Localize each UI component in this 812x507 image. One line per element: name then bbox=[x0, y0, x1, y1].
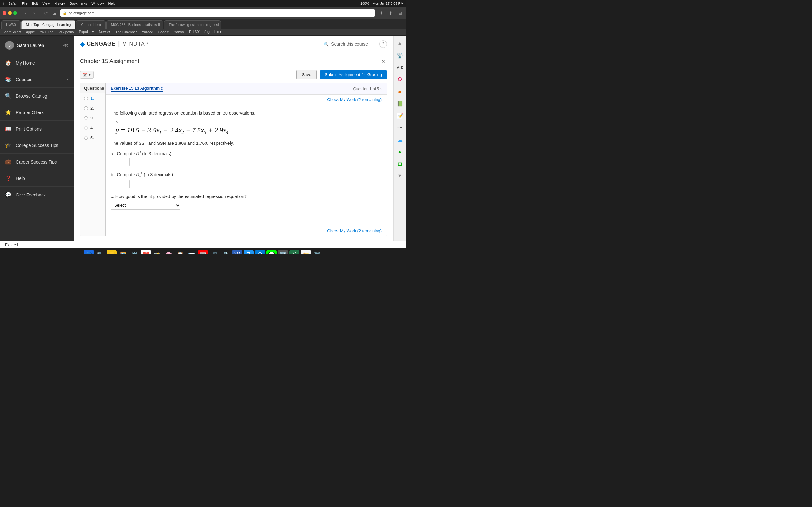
sidebar-item-help[interactable]: ❓ Help bbox=[0, 170, 73, 187]
bookmark-eh301[interactable]: EH 301 Infographic ▾ bbox=[189, 30, 222, 34]
dock-photos2[interactable]: 🌸 bbox=[164, 250, 174, 254]
check-link-top[interactable]: Check My Work bbox=[327, 97, 356, 102]
menu-bookmarks[interactable]: Bookmarks bbox=[69, 2, 87, 5]
dock-clock[interactable]: ⚙️ bbox=[130, 250, 140, 254]
dock-siri[interactable]: 🔍 bbox=[95, 250, 105, 254]
dock-messages[interactable]: 💬 bbox=[266, 250, 276, 254]
next-question-icon[interactable]: › bbox=[380, 87, 382, 91]
tab-hw30[interactable]: HW30 bbox=[1, 20, 20, 29]
dock-outlook[interactable]: O bbox=[255, 250, 265, 254]
download-button[interactable]: ⬇ bbox=[377, 9, 385, 16]
office-icon[interactable]: O bbox=[395, 74, 405, 84]
minimize-window-btn[interactable] bbox=[8, 11, 12, 15]
dock-news[interactable]: 📰 bbox=[198, 250, 208, 254]
history-button[interactable]: ⟳ bbox=[43, 9, 49, 16]
dock-finder[interactable]: 🔵 bbox=[84, 250, 94, 254]
save-button[interactable]: Save bbox=[296, 70, 316, 79]
dock-podcasts[interactable]: 🎙️ bbox=[221, 250, 231, 254]
sidebar-item-college-success[interactable]: 🎓 College Success Tips bbox=[0, 137, 73, 154]
q5-radio[interactable] bbox=[84, 136, 88, 140]
q4-radio[interactable] bbox=[84, 126, 88, 130]
bookmark-yahoo-exclaim[interactable]: Yahoo! bbox=[142, 30, 153, 34]
header-help-button[interactable]: ? bbox=[379, 40, 387, 48]
cloud-sync-icon[interactable]: ☁ bbox=[395, 135, 405, 145]
sidebar-item-my-home[interactable]: 🏠 My Home bbox=[0, 55, 73, 71]
menu-view[interactable]: View bbox=[42, 2, 50, 5]
sub-b-input[interactable] bbox=[111, 180, 130, 188]
menu-history[interactable]: History bbox=[54, 2, 65, 5]
collapse-icon[interactable]: ≪ bbox=[63, 42, 68, 48]
tab-mindtap[interactable]: MindTap - Cengage Learning bbox=[21, 20, 76, 29]
dock-notes[interactable]: 📒 bbox=[107, 250, 117, 254]
fullscreen-window-btn[interactable] bbox=[13, 11, 17, 15]
note-icon[interactable]: 📝 bbox=[395, 111, 405, 121]
forward-button[interactable]: › bbox=[31, 9, 38, 16]
menu-help[interactable]: Help bbox=[108, 2, 116, 5]
dock-camera[interactable]: 📸 bbox=[152, 250, 162, 254]
bookmark-wikipedia[interactable]: Wikipedia bbox=[59, 30, 74, 34]
submit-assignment-button[interactable]: Submit Assignment for Grading bbox=[320, 70, 387, 79]
sub-c-select[interactable]: Select The estimated regression equation… bbox=[111, 201, 181, 210]
check-link-bottom[interactable]: Check My Work bbox=[327, 228, 356, 233]
dock-excel[interactable]: X bbox=[289, 250, 299, 254]
sidebar-item-browse-catalog[interactable]: 🔍 Browse Catalog bbox=[0, 88, 73, 104]
close-button[interactable]: ✕ bbox=[379, 57, 387, 65]
check-my-work-top[interactable]: Check My Work (2 remaining) bbox=[106, 95, 387, 105]
dock-zoom[interactable]: Z bbox=[244, 250, 254, 254]
bookmark-learnsmart[interactable]: LearnSmart bbox=[3, 30, 20, 34]
scroll-up-button[interactable]: ▲ bbox=[395, 38, 405, 49]
apple-menu[interactable]:  bbox=[3, 2, 4, 5]
dock-stickies[interactable]: 📋 bbox=[175, 250, 185, 254]
dock-preview[interactable]: 📁 bbox=[301, 250, 311, 254]
dock-trash[interactable]: 🗑️ bbox=[312, 250, 322, 254]
cloud-button[interactable]: ☁ bbox=[51, 9, 58, 16]
calendar-button[interactable]: 📅 ▾ bbox=[80, 71, 94, 78]
rss-icon[interactable]: 📡 bbox=[395, 50, 405, 60]
question-2[interactable]: 2. bbox=[80, 103, 105, 113]
drive-icon[interactable]: ▲ bbox=[395, 147, 405, 157]
dock-calc[interactable]: 🔢 bbox=[278, 250, 288, 254]
orange-icon[interactable]: ● bbox=[395, 87, 405, 97]
sub-a-input[interactable] bbox=[111, 158, 130, 166]
dock-music[interactable]: 🎵 bbox=[209, 250, 219, 254]
scroll-down-button[interactable]: ▼ bbox=[395, 171, 405, 181]
check-my-work-bottom[interactable]: Check My Work (2 remaining) bbox=[106, 226, 387, 236]
tab-regression[interactable]: The following estimated regression equ… bbox=[164, 20, 221, 29]
bookmark-popular[interactable]: Popular ▾ bbox=[79, 30, 94, 34]
close-window-btn[interactable] bbox=[3, 11, 6, 15]
question-5[interactable]: 5. bbox=[80, 133, 105, 143]
question-1[interactable]: 1. bbox=[80, 94, 105, 103]
address-bar[interactable]: 🔒 ng.cengage.com bbox=[60, 9, 375, 17]
tab-msc288[interactable]: MSC 288 : Business statistics II – Unive… bbox=[106, 20, 163, 29]
bookmark-apple[interactable]: Apple bbox=[26, 30, 35, 34]
header-search[interactable]: 🔍 Search this course bbox=[323, 42, 368, 47]
question-4[interactable]: 4. bbox=[80, 123, 105, 133]
bookmark-news[interactable]: News ▾ bbox=[99, 30, 111, 34]
bookmark-yahoo[interactable]: Yahoo bbox=[174, 30, 184, 34]
q1-radio[interactable] bbox=[84, 97, 88, 101]
dock-mail[interactable]: ✉️ bbox=[187, 250, 197, 254]
back-button[interactable]: ‹ bbox=[22, 9, 29, 16]
sidebar-item-print-options[interactable]: 📖 Print Options bbox=[0, 121, 73, 137]
tab-coursehero[interactable]: Course Hero bbox=[76, 20, 105, 29]
dock-calendar[interactable]: 📅 bbox=[141, 250, 151, 254]
wave-icon[interactable]: 〜 bbox=[395, 123, 405, 133]
menu-file[interactable]: File bbox=[22, 2, 28, 5]
sidebar-item-give-feedback[interactable]: 💬 Give Feedback bbox=[0, 187, 73, 203]
sidebar-item-partner-offers[interactable]: ⭐ Partner Offers bbox=[0, 104, 73, 121]
book-icon[interactable]: 📗 bbox=[395, 99, 405, 109]
question-3[interactable]: 3. bbox=[80, 113, 105, 123]
q2-radio[interactable] bbox=[84, 107, 88, 110]
new-tab-button[interactable]: ⊞ bbox=[397, 9, 403, 16]
az-icon[interactable]: A-Z bbox=[395, 62, 405, 72]
bookmark-youtube[interactable]: YouTube bbox=[40, 30, 54, 34]
share-button[interactable]: ⬆ bbox=[387, 9, 394, 16]
menu-safari[interactable]: Safari bbox=[8, 2, 17, 5]
sidebar-item-career-success[interactable]: 💼 Career Success Tips bbox=[0, 154, 73, 170]
bookmark-google[interactable]: Google bbox=[158, 30, 169, 34]
green-grid-icon[interactable]: ⊞ bbox=[395, 159, 405, 169]
q3-radio[interactable] bbox=[84, 116, 88, 120]
menu-window[interactable]: Window bbox=[91, 2, 104, 5]
menu-edit[interactable]: Edit bbox=[32, 2, 38, 5]
bookmark-chamber[interactable]: The Chamber bbox=[115, 30, 137, 34]
